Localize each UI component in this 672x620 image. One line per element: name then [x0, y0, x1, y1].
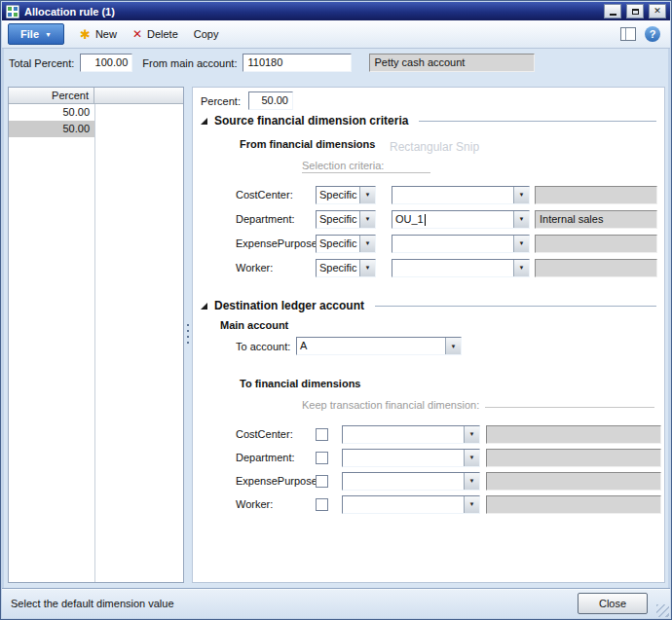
section-destination-header[interactable]: Destination ledger account — [201, 298, 656, 313]
grid-row-1[interactable]: 50.00 — [9, 104, 183, 121]
dropdown-arrow-icon[interactable]: ▼ — [513, 187, 529, 203]
close-button[interactable]: Close — [578, 593, 648, 614]
grid-column-divider — [94, 104, 95, 582]
dimension-checkbox[interactable] — [316, 475, 328, 488]
percent-field[interactable]: 50.00 — [248, 91, 293, 110]
dimension-label: Department: — [236, 213, 316, 225]
close-window-button[interactable]: ✕ — [649, 4, 666, 18]
dropdown-arrow-icon[interactable]: ▼ — [513, 211, 529, 228]
maximize-icon — [632, 9, 639, 15]
maximize-button[interactable] — [626, 4, 644, 18]
allocation-rule-window: Allocation rule (1) ✕ File ▼ ✱ New ✕ Del… — [0, 0, 672, 620]
value-text: OU_1 — [392, 211, 513, 228]
panel-splitter[interactable] — [185, 324, 190, 349]
horizontal-rule — [485, 407, 654, 408]
minimize-button[interactable] — [604, 4, 621, 18]
chevron-down-icon: ▼ — [45, 31, 52, 38]
grid-column-extra[interactable] — [94, 88, 183, 104]
detail-panel: Rectangular Snip Percent: 50.00 Source f… — [192, 87, 665, 583]
layout-icon[interactable] — [620, 27, 636, 41]
mode-combobox[interactable]: Specific▼ — [316, 259, 376, 277]
mode-combobox[interactable]: Specific▼ — [316, 210, 376, 229]
main-account-name-field: Petty cash account — [369, 54, 535, 72]
value-combobox[interactable]: ▼ — [392, 259, 530, 277]
mode-combobox[interactable]: Specific▼ — [316, 235, 376, 253]
dropdown-arrow-icon[interactable]: ▼ — [359, 236, 375, 252]
statusbar: Select the default dimension value Close — [2, 588, 670, 618]
help-icon[interactable]: ? — [645, 26, 660, 42]
grip-dot — [187, 324, 189, 326]
section-source-title: Source financial dimension criteria — [214, 114, 408, 128]
dest-dimension-row-expensepurpose: ExpensePurpose: ▼ — [236, 471, 661, 491]
dropdown-arrow-icon[interactable]: ▼ — [464, 450, 479, 466]
mode-value: Specific — [317, 187, 359, 203]
delete-button-label: Delete — [147, 28, 178, 40]
close-icon: ✕ — [653, 7, 661, 16]
value-combobox[interactable]: ▼ — [342, 449, 480, 467]
selection-criteria-label: Selection criteria: — [302, 160, 430, 173]
to-account-label: To account: — [236, 341, 296, 352]
value-combobox[interactable]: ▼ — [342, 495, 480, 514]
titlebar: Allocation rule (1) ✕ — [2, 2, 670, 20]
grid-cell-percent[interactable]: 50.00 — [9, 104, 94, 121]
grid-cell-percent[interactable]: 50.00 — [9, 121, 94, 137]
grid-column-percent[interactable]: Percent — [9, 88, 94, 104]
minimize-icon — [610, 14, 616, 16]
dropdown-arrow-icon[interactable]: ▼ — [464, 496, 479, 513]
dropdown-arrow-icon[interactable]: ▼ — [464, 473, 479, 490]
value-combobox[interactable]: ▼ — [342, 472, 480, 491]
delete-icon: ✕ — [132, 28, 142, 40]
dimension-checkbox[interactable] — [316, 428, 328, 441]
dropdown-arrow-icon[interactable]: ▼ — [513, 260, 529, 276]
dropdown-arrow-icon[interactable]: ▼ — [359, 260, 375, 276]
dimension-checkbox[interactable] — [316, 452, 328, 464]
to-account-combobox[interactable]: A▼ — [296, 337, 462, 355]
from-financial-dimensions-title: From financial dimensions — [240, 138, 375, 150]
new-button[interactable]: ✱ New — [80, 28, 117, 41]
delete-button[interactable]: ✕ Delete — [132, 28, 178, 40]
to-account-row: To account: A▼ — [236, 337, 462, 355]
dropdown-arrow-icon[interactable]: ▼ — [513, 236, 529, 252]
dimension-display-field: Internal sales — [535, 210, 657, 229]
window-title: Allocation rule (1) — [24, 6, 599, 18]
value-text — [392, 260, 513, 276]
total-percent-field[interactable]: 100.00 — [80, 54, 132, 72]
dimension-display-field — [535, 259, 657, 277]
dimension-label: CostCenter: — [236, 189, 316, 201]
value-text — [343, 473, 464, 490]
resize-grip[interactable] — [656, 604, 669, 617]
file-menu-button[interactable]: File ▼ — [8, 23, 64, 45]
mode-combobox[interactable]: Specific▼ — [316, 186, 376, 204]
section-collapse-icon — [201, 118, 207, 125]
mode-value: Specific — [317, 236, 359, 252]
dropdown-arrow-icon[interactable]: ▼ — [359, 211, 375, 228]
screen-capture-artifact: Rectangular Snip — [390, 140, 479, 154]
dest-dimension-row-worker: Worker: ▼ — [236, 494, 661, 514]
dimension-label: CostCenter: — [236, 428, 316, 440]
to-account-value: A — [297, 338, 445, 354]
from-main-account-field[interactable]: 110180 — [243, 54, 352, 72]
value-combobox-focused[interactable]: OU_1▼ — [392, 210, 530, 229]
grid-row-2-selected[interactable]: 50.00 — [9, 121, 183, 137]
dropdown-arrow-icon[interactable]: ▼ — [359, 187, 375, 203]
percent-field-row: Percent: 50.00 — [201, 91, 293, 110]
dropdown-arrow-icon[interactable]: ▼ — [464, 426, 479, 443]
allocation-rule-icon — [6, 5, 19, 18]
dimension-checkbox[interactable] — [316, 498, 328, 511]
dimension-display-field — [486, 425, 661, 444]
source-dimension-row-expensepurpose: ExpensePurpose: Specific▼ ▼ — [236, 234, 657, 253]
grip-dot — [187, 342, 189, 344]
copy-button[interactable]: Copy — [194, 28, 219, 40]
value-combobox[interactable]: ▼ — [392, 235, 530, 253]
dropdown-arrow-icon[interactable]: ▼ — [445, 338, 461, 354]
percent-grid: Percent 50.00 50.00 — [8, 87, 184, 583]
file-menu-label: File — [20, 28, 39, 40]
section-source-header[interactable]: Source financial dimension criteria — [201, 113, 656, 128]
dest-dimension-row-costcenter: CostCenter: ▼ — [236, 424, 661, 444]
from-main-account-label: From main account: — [142, 57, 237, 69]
grid-header: Percent — [9, 88, 183, 104]
value-combobox[interactable]: ▼ — [342, 425, 480, 444]
value-combobox[interactable]: ▼ — [392, 186, 530, 204]
grip-dot — [187, 336, 189, 338]
total-percent-label: Total Percent: — [9, 57, 74, 69]
